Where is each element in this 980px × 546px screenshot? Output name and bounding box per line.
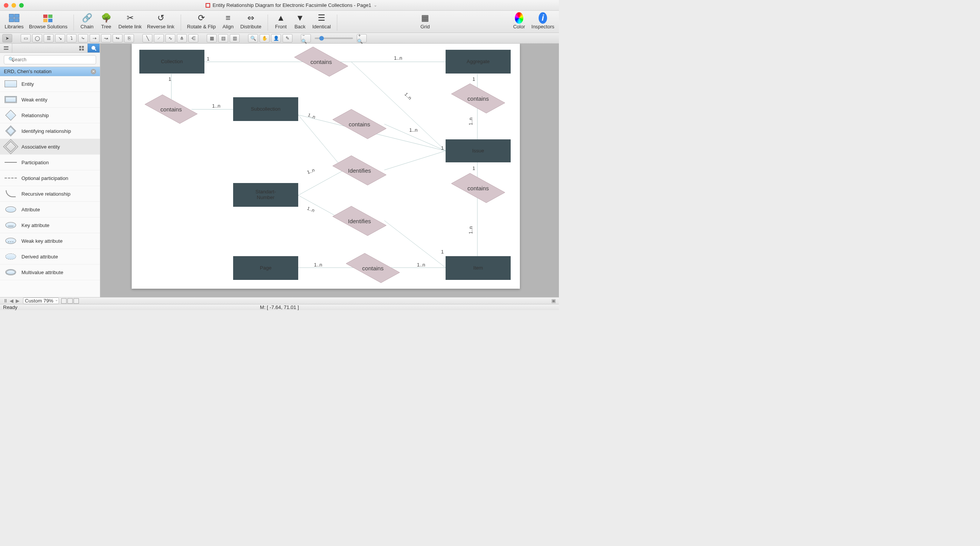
inspectors-button[interactable]: iInspectors bbox=[529, 12, 557, 33]
sidebar-tab-grid[interactable] bbox=[75, 44, 88, 52]
library-title[interactable]: ERD, Chen's notation ✕ bbox=[0, 67, 100, 76]
close-library-icon[interactable]: ✕ bbox=[91, 69, 96, 74]
card: 1..n bbox=[306, 206, 315, 213]
line-tool-1[interactable]: ╲ bbox=[142, 34, 152, 43]
rel-contains-3[interactable]: contains bbox=[146, 96, 196, 122]
lib-item-multivalue-attribute[interactable]: Multivalue attribute bbox=[0, 265, 100, 280]
rel-contains-2[interactable]: contains bbox=[453, 85, 503, 112]
rel-contains-1[interactable]: contains bbox=[296, 48, 346, 75]
connector-3[interactable]: ⤷ bbox=[78, 34, 88, 43]
layout-1[interactable] bbox=[61, 298, 67, 304]
close-icon[interactable] bbox=[4, 3, 8, 8]
pointer-tool[interactable]: ➤ bbox=[2, 34, 12, 43]
entity-issue[interactable]: Issue bbox=[446, 139, 511, 162]
window-controls bbox=[4, 3, 24, 8]
zoom-level-select[interactable]: Custom 79% bbox=[23, 298, 59, 304]
line-tool-5[interactable]: ⋲ bbox=[188, 34, 198, 43]
connector-6[interactable]: ↬ bbox=[113, 34, 122, 43]
svg-rect-3 bbox=[15, 18, 19, 22]
sidebar-tab-search[interactable] bbox=[88, 44, 100, 52]
insert-tool[interactable]: ⎘ bbox=[124, 34, 134, 43]
lib-item-participation[interactable]: Participation bbox=[0, 155, 100, 170]
eyedropper-tool[interactable]: ✎ bbox=[283, 34, 292, 43]
rel-contains-6[interactable]: contains bbox=[348, 255, 398, 281]
maximize-icon[interactable] bbox=[19, 3, 24, 8]
rel-contains-4[interactable]: contains bbox=[335, 111, 384, 137]
ellipse-tool[interactable]: ◯ bbox=[32, 34, 42, 43]
lib-item-associative-entity[interactable]: Associative entity bbox=[0, 139, 100, 155]
view-toggle-icon[interactable]: ▣ bbox=[550, 298, 557, 304]
entity-aggregate[interactable]: Aggregate bbox=[446, 50, 511, 74]
chevron-down-icon[interactable]: ⌄ bbox=[374, 3, 377, 8]
zoom-knob[interactable] bbox=[319, 36, 324, 41]
label: Tree bbox=[101, 24, 111, 29]
rotate-flip-button[interactable]: ⟳Rotate & Flip bbox=[185, 12, 218, 33]
grid-button[interactable]: ▦Grid bbox=[416, 12, 434, 33]
tree-button[interactable]: 🌳Tree bbox=[97, 12, 115, 33]
svg-point-14 bbox=[92, 46, 95, 49]
color-button[interactable]: Color bbox=[510, 12, 528, 33]
entity-collection[interactable]: Collection bbox=[139, 50, 204, 74]
next-page-button[interactable]: ▶ bbox=[15, 298, 21, 304]
canvas-area[interactable]: Collection Aggregate Subcollection Issue… bbox=[100, 44, 559, 297]
hand-tool[interactable]: ✋ bbox=[260, 34, 270, 43]
line-tool-2[interactable]: ⟋ bbox=[154, 34, 164, 43]
card: 1..n bbox=[409, 127, 418, 133]
entity-standart-number[interactable]: Standart- Number bbox=[233, 183, 298, 207]
entity-item[interactable]: Item bbox=[446, 256, 511, 280]
lib-item-identifying-relationship[interactable]: Identifying relationship bbox=[0, 123, 100, 139]
svg-rect-1 bbox=[15, 14, 19, 18]
lib-item-weak-key-attribute[interactable]: Weak key attribute bbox=[0, 233, 100, 249]
sidebar-tab-outline[interactable] bbox=[0, 44, 12, 52]
grid-tool-3[interactable]: ▥ bbox=[230, 34, 240, 43]
prev-page-button[interactable]: ◀ bbox=[8, 298, 15, 304]
text-tool[interactable]: ☰ bbox=[44, 34, 54, 43]
search-input[interactable] bbox=[4, 55, 96, 64]
connector-5[interactable]: ↝ bbox=[101, 34, 111, 43]
reverse-link-icon: ↺ bbox=[157, 12, 164, 24]
connector-2[interactable]: ⤵ bbox=[67, 34, 77, 43]
rel-identifies-1[interactable]: Identifies bbox=[335, 157, 384, 184]
connector-1[interactable]: ↘ bbox=[55, 34, 65, 43]
grid-tool-2[interactable]: ▤ bbox=[218, 34, 228, 43]
entity-subcollection[interactable]: Subcollection bbox=[233, 97, 298, 121]
card: 1 bbox=[168, 76, 171, 82]
rel-identifies-2[interactable]: Identifies bbox=[335, 208, 384, 234]
lib-item-key-attribute[interactable]: Key attribute bbox=[0, 217, 100, 233]
pause-pages-icon[interactable]: ⏸ bbox=[2, 298, 8, 304]
doc-icon bbox=[206, 3, 210, 8]
minimize-icon[interactable] bbox=[11, 3, 16, 8]
rect-tool[interactable]: ▭ bbox=[21, 34, 31, 43]
svg-rect-7 bbox=[48, 19, 52, 22]
lib-item-attribute[interactable]: Attribute bbox=[0, 202, 100, 217]
zoom-tool[interactable]: 🔍 bbox=[248, 34, 258, 43]
sidebar-tabs bbox=[0, 44, 100, 53]
zoom-out-button[interactable]: －🔍 bbox=[301, 34, 311, 43]
layout-3[interactable] bbox=[74, 298, 79, 304]
distribute-button[interactable]: ⇔Distribute bbox=[238, 12, 264, 33]
layout-2[interactable] bbox=[67, 298, 73, 304]
line-tool-4[interactable]: ⋔ bbox=[177, 34, 187, 43]
shape-toolbar: ➤ ▭ ◯ ☰ ↘ ⤵ ⤷ ⇢ ↝ ↬ ⎘ ╲ ⟋ ∿ ⋔ ⋲ ▦ ▤ ▥ 🔍 … bbox=[0, 33, 559, 44]
svg-rect-9 bbox=[4, 49, 8, 50]
zoom-in-button[interactable]: ＋🔍 bbox=[357, 34, 367, 43]
lib-item-optional-participation[interactable]: Optional participation bbox=[0, 170, 100, 186]
rel-contains-5[interactable]: contains bbox=[453, 175, 503, 201]
align-button[interactable]: ≡Align bbox=[219, 12, 237, 33]
line-tool-3[interactable]: ∿ bbox=[165, 34, 175, 43]
connector-4[interactable]: ⇢ bbox=[90, 34, 100, 43]
browse-solutions-button[interactable]: Browse Solutions bbox=[27, 12, 70, 33]
libraries-button[interactable]: Libraries bbox=[2, 12, 26, 33]
grid-tool-1[interactable]: ▦ bbox=[207, 34, 217, 43]
lib-item-derived-attribute[interactable]: Derived attribute bbox=[0, 249, 100, 265]
stamp-tool[interactable]: 👤 bbox=[271, 34, 281, 43]
zoom-slider[interactable] bbox=[315, 38, 353, 39]
lib-item-relationship[interactable]: Relationship bbox=[0, 108, 100, 123]
entity-page[interactable]: Page bbox=[233, 256, 298, 280]
lib-item-entity[interactable]: Entity bbox=[0, 76, 100, 92]
diagram-canvas[interactable]: Collection Aggregate Subcollection Issue… bbox=[132, 44, 520, 289]
chain-button[interactable]: 🔗Chain bbox=[78, 12, 96, 33]
lib-item-recursive-relationship[interactable]: Recursive relationship bbox=[0, 186, 100, 202]
document-title[interactable]: Entity Relationship Diagram for Electron… bbox=[28, 2, 555, 8]
lib-item-weak-entity[interactable]: Weak entity bbox=[0, 92, 100, 108]
